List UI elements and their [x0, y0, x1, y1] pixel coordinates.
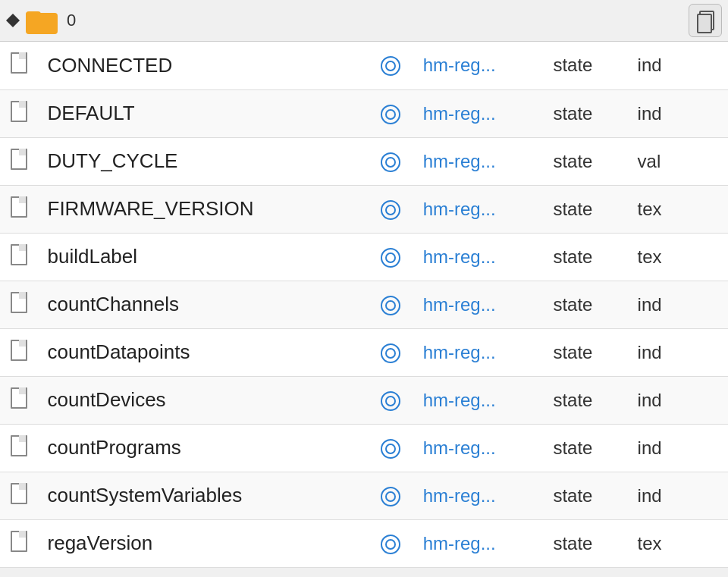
table-row[interactable]: countChannels hm-reg... state ind [0, 281, 728, 328]
row-type-icon [368, 472, 414, 519]
row-datatype: ind [629, 472, 728, 519]
row-name: buildLabel [39, 233, 369, 281]
row-source: hm-reg... [414, 137, 544, 185]
row-category: state [544, 89, 628, 137]
row-category: state [544, 233, 628, 281]
row-file-icon [0, 424, 39, 472]
row-type-icon [368, 137, 414, 185]
row-source: hm-reg... [414, 376, 544, 424]
row-datatype: ind [629, 42, 728, 89]
row-name: countSystemVariables [39, 472, 369, 519]
table-row[interactable]: buildLabel hm-reg... state tex [0, 233, 728, 281]
row-datatype: ind [629, 376, 728, 424]
row-name: DEFAULT [39, 89, 369, 137]
row-file-icon [0, 89, 39, 137]
row-file-icon [0, 519, 39, 567]
row-file-icon [0, 328, 39, 376]
row-source: hm-reg... [414, 519, 544, 567]
row-type-icon [368, 424, 414, 472]
row-name: regaVersion [39, 519, 369, 567]
row-type-icon [368, 281, 414, 328]
copy-icon [697, 11, 714, 30]
table-row[interactable]: countDevices hm-reg... state ind [0, 376, 728, 424]
arrow-icon [6, 14, 20, 27]
row-name: countChannels [39, 281, 369, 328]
row-type-icon [368, 233, 414, 281]
row-name: countDatapoints [39, 328, 369, 376]
row-file-icon [0, 137, 39, 185]
row-source: hm-reg... [414, 281, 544, 328]
copy-button[interactable] [689, 4, 722, 37]
row-category: state [544, 472, 628, 519]
row-datatype: val [629, 137, 728, 185]
row-type-icon [368, 89, 414, 137]
row-datatype: ind [629, 281, 728, 328]
table-row[interactable]: CONNECTED hm-reg... state ind [0, 42, 728, 89]
row-datatype: ind [629, 424, 728, 472]
row-category: state [544, 185, 628, 233]
table-row[interactable]: DEFAULT hm-reg... state ind [0, 89, 728, 137]
row-name: DUTY_CYCLE [39, 137, 369, 185]
row-category: state [544, 137, 628, 185]
folder-icon [26, 7, 58, 34]
row-source: hm-reg... [414, 42, 544, 89]
row-file-icon [0, 281, 39, 328]
table-row[interactable]: countDatapoints hm-reg... state ind [0, 328, 728, 376]
row-type-icon [368, 328, 414, 376]
row-name: FIRMWARE_VERSION [39, 185, 369, 233]
top-bar: 0 [0, 0, 728, 42]
row-datatype: ind [629, 89, 728, 137]
row-datatype: tex [629, 185, 728, 233]
table-row[interactable]: FIRMWARE_VERSION hm-reg... state tex [0, 185, 728, 233]
row-name: countDevices [39, 376, 369, 424]
row-source: hm-reg... [414, 424, 544, 472]
row-datatype: ind [629, 328, 728, 376]
table-row[interactable]: countPrograms hm-reg... state ind [0, 424, 728, 472]
row-source: hm-reg... [414, 328, 544, 376]
row-file-icon [0, 185, 39, 233]
row-file-icon [0, 42, 39, 89]
row-file-icon [0, 472, 39, 519]
row-category: state [544, 424, 628, 472]
row-file-icon [0, 233, 39, 281]
row-file-icon [0, 376, 39, 424]
table-row[interactable]: DUTY_CYCLE hm-reg... state val [0, 137, 728, 185]
row-name: CONNECTED [39, 42, 369, 89]
count-badge: 0 [67, 11, 76, 30]
row-source: hm-reg... [414, 89, 544, 137]
row-datatype: tex [629, 233, 728, 281]
table-container: CONNECTED hm-reg... state ind DEFAULT hm… [0, 42, 728, 577]
row-source: hm-reg... [414, 185, 544, 233]
row-source: hm-reg... [414, 472, 544, 519]
row-category: state [544, 42, 628, 89]
row-category: state [544, 519, 628, 567]
table-row[interactable]: regaVersion hm-reg... state tex [0, 519, 728, 567]
row-category: state [544, 376, 628, 424]
row-type-icon [368, 376, 414, 424]
row-category: state [544, 328, 628, 376]
row-datatype: tex [629, 519, 728, 567]
row-type-icon [368, 185, 414, 233]
row-type-icon [368, 42, 414, 89]
table-row[interactable]: countSystemVariables hm-reg... state ind [0, 472, 728, 519]
row-source: hm-reg... [414, 233, 544, 281]
row-type-icon [368, 519, 414, 567]
data-table: CONNECTED hm-reg... state ind DEFAULT hm… [0, 42, 728, 568]
row-name: countPrograms [39, 424, 369, 472]
row-category: state [544, 281, 628, 328]
